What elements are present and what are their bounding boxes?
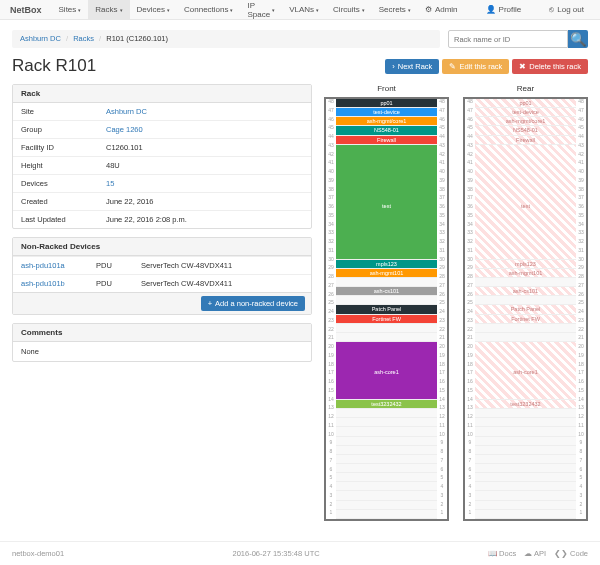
rack-unit-device[interactable]: ash-mgmt101 <box>475 269 576 278</box>
add-nonracked-button[interactable]: +Add a non-racked device <box>201 296 305 311</box>
rack-unit-empty[interactable] <box>475 296 576 305</box>
rack-panel-title: Rack <box>13 85 311 103</box>
rack-unit-device[interactable]: NS548-01 <box>475 126 576 135</box>
rack-unit-empty[interactable] <box>336 501 437 510</box>
rack-unit-empty[interactable] <box>475 427 576 436</box>
rack-unit-device[interactable]: Firewall <box>475 136 576 145</box>
rack-unit-empty[interactable] <box>475 464 576 473</box>
nav-item-devices[interactable]: Devices ▾ <box>130 0 177 20</box>
nav-item-ip-space[interactable]: IP Space ▾ <box>240 0 282 20</box>
rack-unit-empty[interactable] <box>475 333 576 342</box>
rack-unit-device[interactable]: Patch Panel <box>475 305 576 314</box>
rack-unit-device[interactable]: pp01 <box>475 99 576 108</box>
rack-unit-empty[interactable] <box>336 437 437 446</box>
rack-unit-device[interactable]: test3232432 <box>336 400 437 409</box>
rack-unit-device[interactable]: mpls123 <box>336 260 437 269</box>
chevron-right-icon: › <box>392 62 395 71</box>
rack-unit-device[interactable]: ash-cs101 <box>475 287 576 296</box>
rack-unit-empty[interactable] <box>475 455 576 464</box>
admin-link[interactable]: ⚙Admin <box>418 0 465 20</box>
nonracked-device-link[interactable]: ash-pdu101b <box>21 279 65 288</box>
book-icon: 📖 <box>488 549 497 558</box>
chevron-down-icon: ▾ <box>120 7 123 13</box>
nav-main: Sites ▾Racks ▾Devices ▾Connections ▾IP S… <box>52 0 418 20</box>
rack-unit-empty[interactable] <box>475 278 576 287</box>
nonracked-device-link[interactable]: ash-pdu101a <box>21 261 65 270</box>
rack-unit-device[interactable]: ash-mgmt101 <box>336 269 437 278</box>
nav-item-vlans[interactable]: VLANs ▾ <box>282 0 326 20</box>
rack-unit-empty[interactable] <box>336 473 437 482</box>
rack-unit-empty[interactable] <box>475 409 576 418</box>
elevation-column: Front 4847464544434241403938373635343332… <box>324 84 588 521</box>
nonracked-row: ash-pdu101aPDUServerTech CW-48VDX411 <box>13 256 311 274</box>
search-input[interactable] <box>448 30 568 48</box>
rack-unit-device[interactable]: Patch Panel <box>336 305 437 314</box>
rack-rear: Rear 48474645444342414039383736353433323… <box>463 84 588 521</box>
rack-unit-empty[interactable] <box>336 324 437 333</box>
breadcrumb-site[interactable]: Ashburn DC <box>20 34 61 43</box>
rack-unit-device[interactable]: ash-cs101 <box>336 287 437 296</box>
rack-row-group: GroupCage 1260 <box>13 120 311 138</box>
nav-item-secrets[interactable]: Secrets ▾ <box>372 0 418 20</box>
rack-unit-empty[interactable] <box>336 482 437 491</box>
rack-unit-device[interactable]: test-device <box>336 108 437 117</box>
edit-rack-button[interactable]: ✎Edit this rack <box>442 59 509 74</box>
chevron-down-icon: ▾ <box>230 7 233 13</box>
brand[interactable]: NetBox <box>0 5 52 15</box>
api-link[interactable]: ☁ API <box>524 549 546 558</box>
breadcrumb-section[interactable]: Racks <box>73 34 94 43</box>
rack-unit-device[interactable]: Firewall <box>336 136 437 145</box>
rack-row-height: Height48U <box>13 156 311 174</box>
logout-link[interactable]: ⎋Log out <box>542 0 591 20</box>
rack-unit-empty[interactable] <box>475 324 576 333</box>
rack-unit-empty[interactable] <box>336 464 437 473</box>
rack-unit-empty[interactable] <box>336 491 437 500</box>
rack-unit-empty[interactable] <box>475 473 576 482</box>
rack-unit-empty[interactable] <box>475 418 576 427</box>
rack-unit-device[interactable]: ash-core1 <box>336 342 437 400</box>
rack-unit-device[interactable]: ash-mgmt/core1 <box>475 117 576 126</box>
rack-unit-empty[interactable] <box>336 455 437 464</box>
rack-unit-empty[interactable] <box>336 510 437 519</box>
rack-unit-empty[interactable] <box>475 501 576 510</box>
code-link[interactable]: ❮❯ Code <box>554 549 588 558</box>
profile-link[interactable]: 👤Profile <box>479 0 529 20</box>
rack-unit-empty[interactable] <box>336 418 437 427</box>
rack-unit-empty[interactable] <box>336 427 437 436</box>
nav-item-circuits[interactable]: Circuits ▾ <box>326 0 372 20</box>
rack-front-frame: 4847464544434241403938373635343332313029… <box>324 97 449 521</box>
search-button[interactable]: 🔍 <box>568 30 588 48</box>
rack-unit-device[interactable]: pp01 <box>336 99 437 108</box>
rack-unit-empty[interactable] <box>336 446 437 455</box>
rack-unit-empty[interactable] <box>475 446 576 455</box>
rack-unit-empty[interactable] <box>475 510 576 519</box>
rack-unit-device[interactable]: ash-core1 <box>475 342 576 400</box>
rack-unit-empty[interactable] <box>475 482 576 491</box>
rack-unit-empty[interactable] <box>336 278 437 287</box>
rack-unit-device[interactable]: ash-mgmt/core1 <box>336 117 437 126</box>
rack-unit-device[interactable]: Fortinet FW <box>475 315 576 324</box>
nav-item-racks[interactable]: Racks ▾ <box>88 0 129 20</box>
rack-unit-device[interactable]: test3232432 <box>475 400 576 409</box>
nav-item-connections[interactable]: Connections ▾ <box>177 0 240 20</box>
docs-link[interactable]: 📖 Docs <box>488 549 516 558</box>
chevron-down-icon: ▾ <box>408 7 411 13</box>
rack-front: Front 4847464544434241403938373635343332… <box>324 84 449 521</box>
rack-unit-empty[interactable] <box>336 296 437 305</box>
rack-unit-device[interactable]: test <box>336 145 437 260</box>
nonracked-panel: Non-Racked Devices ash-pdu101aPDUServerT… <box>12 237 312 315</box>
next-rack-button[interactable]: ›Next Rack <box>385 59 439 74</box>
delete-rack-button[interactable]: ✖Delete this rack <box>512 59 588 74</box>
rack-unit-device[interactable]: NS548-01 <box>336 126 437 135</box>
rack-unit-empty[interactable] <box>336 409 437 418</box>
rack-unit-device[interactable]: Fortinet FW <box>336 315 437 324</box>
chevron-down-icon: ▾ <box>167 7 170 13</box>
rack-unit-device[interactable]: mpls123 <box>475 260 576 269</box>
breadcrumb: Ashburn DC / Racks / R101 (C1260.101) <box>12 30 440 48</box>
rack-unit-empty[interactable] <box>336 333 437 342</box>
rack-unit-empty[interactable] <box>475 437 576 446</box>
rack-unit-device[interactable]: test <box>475 145 576 260</box>
rack-unit-empty[interactable] <box>475 491 576 500</box>
nav-item-sites[interactable]: Sites ▾ <box>52 0 89 20</box>
rack-unit-device[interactable]: test-device <box>475 108 576 117</box>
